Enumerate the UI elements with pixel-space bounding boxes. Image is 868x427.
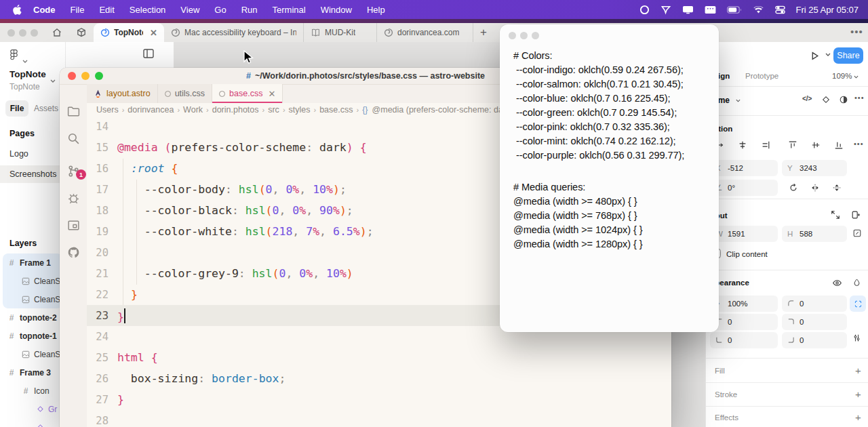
frame-settings-icon[interactable]: [851, 210, 861, 220]
preview-icon[interactable]: [65, 217, 81, 233]
control-center-icon[interactable]: [775, 5, 785, 15]
breadcrumb-item[interactable]: dorinvancea: [127, 105, 174, 115]
breadcrumb-item[interactable]: dorin.photos: [212, 105, 259, 115]
layer-item-topnote-2[interactable]: #topnote-2: [0, 308, 65, 327]
align-v-center-icon[interactable]: [806, 137, 825, 153]
cleanshot-icon[interactable]: [660, 5, 671, 15]
corner-radius-field[interactable]: 0: [782, 296, 847, 312]
dev-mode-play-icon[interactable]: [809, 50, 820, 61]
rotation-field[interactable]: ∠ 0°: [710, 180, 778, 196]
layer-item-cleans[interactable]: CleanS: [0, 345, 65, 363]
new-tab-button[interactable]: +: [480, 26, 487, 39]
display-icon[interactable]: [682, 5, 694, 15]
chevron-down-icon[interactable]: [50, 73, 56, 85]
layer-item-icon[interactable]: #Icon: [0, 382, 65, 400]
menu-item-run[interactable]: Run: [234, 5, 265, 15]
corner-tr-field[interactable]: 0: [782, 314, 847, 330]
layer-item-topnote-1[interactable]: #topnote-1: [0, 327, 65, 345]
layer-item-gr[interactable]: Gr: [0, 400, 65, 418]
chevron-down-icon[interactable]: [22, 54, 28, 66]
align-right-icon[interactable]: [756, 137, 775, 153]
browser-tab-2[interactable]: Mac accessibility keyboard – Interacti: [164, 23, 304, 42]
tab-assets[interactable]: Assets: [34, 104, 58, 113]
chevron-down-icon[interactable]: [854, 75, 859, 79]
menu-app-name[interactable]: Code: [26, 5, 63, 15]
breadcrumb-item[interactable]: @media (prefers-color-scheme: dark): [372, 105, 513, 115]
menu-item-window[interactable]: Window: [313, 5, 359, 15]
vscode-minimize-button[interactable]: [81, 72, 90, 80]
topnote-sticky-note[interactable]: # Colors: --color-indigo: oklch(0.59 0.2…: [500, 24, 719, 332]
chevron-down-icon[interactable]: [736, 99, 741, 102]
pages-header[interactable]: Pages: [9, 129, 35, 138]
battery-icon[interactable]: [727, 6, 742, 14]
menu-item-file[interactable]: File: [63, 5, 92, 15]
github-icon[interactable]: [65, 244, 81, 260]
independent-corners-toggle[interactable]: [850, 296, 866, 312]
keyboard-icon[interactable]: [705, 5, 716, 14]
add-stroke-icon[interactable]: +: [855, 388, 861, 400]
search-icon[interactable]: [65, 130, 81, 146]
component-icon[interactable]: [821, 95, 831, 104]
file-name[interactable]: TopNote: [9, 69, 46, 79]
editor-tab-utils.css[interactable]: utils.css: [158, 84, 212, 103]
blend-drop-icon[interactable]: [852, 278, 861, 287]
browser-tab-1[interactable]: TopNote✕: [94, 23, 164, 42]
browser-more-icon[interactable]: •••: [850, 26, 863, 37]
menu-item-edit[interactable]: Edit: [92, 5, 121, 15]
tab-close-icon[interactable]: ✕: [268, 89, 275, 99]
layer-item-cleans[interactable]: CleanS: [0, 290, 65, 308]
tab-prototype[interactable]: Prototype: [745, 72, 778, 80]
note-zoom-button[interactable]: [532, 32, 539, 39]
menu-item-selection[interactable]: Selection: [122, 5, 173, 15]
layers-header[interactable]: Layers: [9, 239, 37, 248]
constrain-proportions-icon[interactable]: [852, 228, 862, 238]
chevron-down-icon[interactable]: [825, 53, 831, 56]
apple-menu-icon[interactable]: [8, 5, 26, 15]
corner-br-field[interactable]: 0: [782, 332, 847, 348]
align-bottom-icon[interactable]: [829, 137, 848, 153]
rotate-icon[interactable]: [783, 180, 804, 196]
more-options-icon[interactable]: •••: [854, 94, 865, 102]
height-field[interactable]: H 588: [782, 226, 847, 242]
resize-to-fit-icon[interactable]: [831, 210, 840, 220]
corner-tl-field[interactable]: 0: [710, 314, 778, 330]
breadcrumb-item[interactable]: Work: [183, 105, 203, 115]
wifi-icon[interactable]: [753, 5, 764, 14]
share-button[interactable]: Share: [833, 47, 863, 64]
visibility-eye-icon[interactable]: [832, 278, 842, 288]
menu-item-view[interactable]: View: [173, 5, 207, 15]
zoom-level[interactable]: 109%: [832, 72, 852, 80]
note-close-button[interactable]: [509, 32, 516, 39]
corner-mixer-icon[interactable]: [852, 333, 861, 342]
menu-clock[interactable]: Fri 25 Apr 05:07: [796, 5, 859, 15]
align-top-icon[interactable]: [783, 137, 802, 153]
tab-close-icon[interactable]: ✕: [150, 28, 157, 38]
workspace-box-icon[interactable]: [76, 27, 87, 41]
breadcrumb-item[interactable]: styles: [289, 105, 311, 115]
menu-item-terminal[interactable]: Terminal: [265, 5, 313, 15]
add-fill-icon[interactable]: +: [855, 365, 861, 376]
dev-code-icon[interactable]: </>: [802, 95, 812, 102]
more-align-icon[interactable]: •••: [854, 140, 864, 148]
browser-tab-4[interactable]: dorinvancea.com: [377, 23, 473, 42]
debug-icon[interactable]: [65, 190, 81, 206]
page-item-screenshots[interactable]: Screenshots: [0, 165, 65, 183]
x-position-field[interactable]: X -512: [710, 160, 778, 176]
width-field[interactable]: W 1591: [710, 226, 778, 242]
align-h-center-icon[interactable]: [733, 137, 752, 153]
vscode-zoom-button[interactable]: [95, 72, 103, 80]
y-position-field[interactable]: Y 3243: [782, 160, 847, 176]
layer-item[interactable]: [0, 418, 65, 427]
menu-item-help[interactable]: Help: [359, 5, 393, 15]
note-minimize-button[interactable]: [520, 32, 528, 39]
breadcrumb-item[interactable]: base.css: [319, 105, 353, 115]
figma-logo-icon[interactable]: [9, 49, 18, 64]
editor-tab-base.css[interactable]: base.css✕: [212, 84, 283, 103]
breadcrumb-item[interactable]: Users: [96, 105, 119, 115]
layer-item-frame-1[interactable]: #Frame 1: [0, 253, 65, 272]
explorer-icon[interactable]: [65, 103, 81, 119]
flip-vertical-icon[interactable]: [827, 180, 847, 196]
window-zoom-button[interactable]: [31, 29, 38, 37]
tab-file[interactable]: File: [5, 100, 28, 117]
window-close-button[interactable]: [7, 29, 15, 37]
